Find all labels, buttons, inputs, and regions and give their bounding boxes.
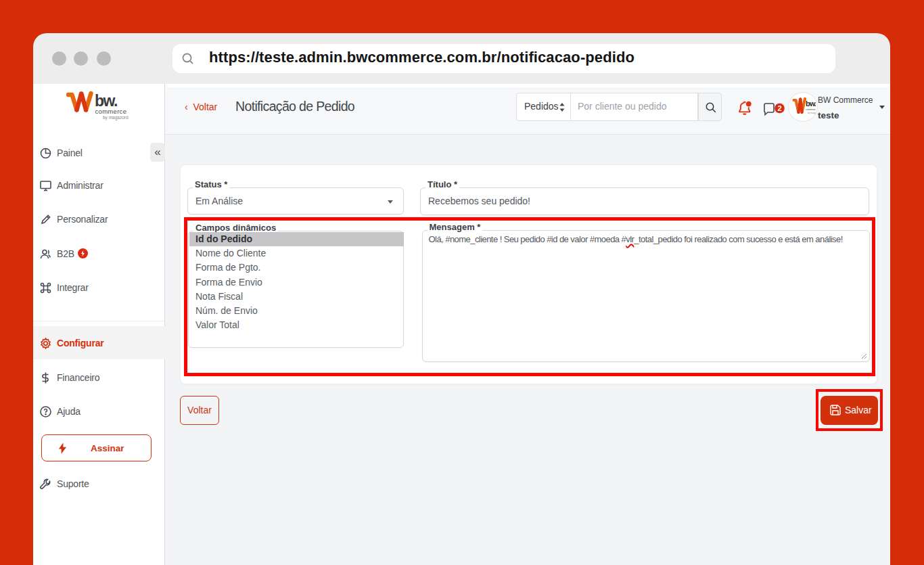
svg-text:commerce: commerce: [95, 108, 127, 115]
svg-text:commerce: commerce: [806, 108, 816, 111]
svg-text:by magazord: by magazord: [808, 112, 816, 114]
svg-text:by magazord: by magazord: [103, 115, 129, 120]
svg-text:2: 2: [777, 104, 781, 112]
svg-text:bw.: bw.: [806, 99, 816, 108]
